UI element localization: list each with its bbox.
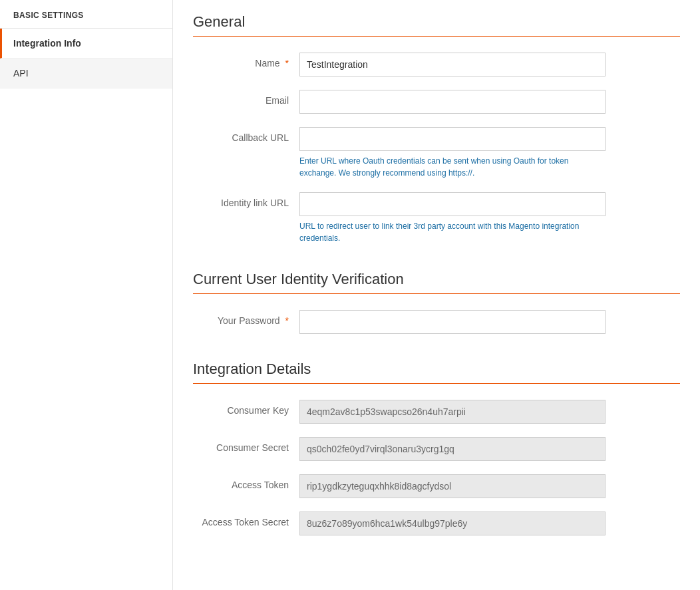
sidebar: BASIC SETTINGS Integration Info API: [0, 0, 173, 590]
identity-link-url-hint: URL to redirect user to link their 3rd p…: [299, 220, 606, 244]
password-required-indicator: *: [285, 315, 289, 326]
identity-link-url-label: Identity link URL: [193, 192, 299, 210]
email-label: Email: [193, 90, 299, 106]
consumer-key-field: [299, 400, 606, 424]
integration-details-section: Integration Details Consumer Key Consume…: [193, 361, 680, 535]
identity-verification-divider: [193, 293, 680, 294]
access-token-secret-field: [299, 512, 606, 535]
name-required-indicator: *: [285, 58, 289, 69]
identity-verification-title: Current User Identity Verification: [193, 271, 680, 288]
sidebar-item-api[interactable]: API: [0, 59, 172, 88]
access-token-input: [299, 474, 606, 498]
identity-link-url-field: URL to redirect user to link their 3rd p…: [299, 192, 606, 244]
callback-url-hint: Enter URL where Oauth credentials can be…: [299, 155, 606, 179]
password-field: [299, 310, 606, 334]
callback-url-input[interactable]: [299, 127, 606, 151]
integration-details-divider: [193, 383, 680, 384]
sidebar-title: BASIC SETTINGS: [0, 0, 172, 29]
general-section: General Name * Email: [193, 13, 680, 244]
name-field: [299, 53, 606, 76]
sidebar-item-integration-info[interactable]: Integration Info: [0, 29, 172, 59]
identity-verification-section: Current User Identity Verification Your …: [193, 271, 680, 334]
identity-link-url-input[interactable]: [299, 192, 606, 216]
consumer-secret-input: [299, 437, 606, 461]
access-token-secret-input: [299, 512, 606, 535]
consumer-secret-row: Consumer Secret: [193, 437, 680, 461]
consumer-secret-label: Consumer Secret: [193, 437, 299, 455]
general-section-title: General: [193, 13, 680, 31]
password-input[interactable]: [299, 310, 606, 334]
consumer-key-label: Consumer Key: [193, 400, 299, 418]
access-token-field: [299, 474, 606, 498]
access-token-row: Access Token: [193, 474, 680, 498]
callback-url-label: Callback URL: [193, 127, 299, 143]
general-divider: [193, 36, 680, 37]
consumer-key-input: [299, 400, 606, 424]
main-content: General Name * Email: [173, 0, 700, 590]
email-row: Email: [193, 90, 680, 114]
access-token-label: Access Token: [193, 474, 299, 490]
name-label: Name *: [193, 53, 299, 69]
password-row: Your Password *: [193, 310, 680, 334]
integration-details-title: Integration Details: [193, 361, 680, 378]
email-input[interactable]: [299, 90, 606, 114]
email-field: [299, 90, 606, 114]
password-label: Your Password *: [193, 310, 299, 326]
access-token-secret-row: Access Token Secret: [193, 512, 680, 535]
callback-url-row: Callback URL Enter URL where Oauth crede…: [193, 127, 680, 179]
identity-link-url-row: Identity link URL URL to redirect user t…: [193, 192, 680, 244]
name-input[interactable]: [299, 53, 606, 76]
consumer-key-row: Consumer Key: [193, 400, 680, 424]
consumer-secret-field: [299, 437, 606, 461]
name-row: Name *: [193, 53, 680, 76]
access-token-secret-label: Access Token Secret: [193, 512, 299, 529]
callback-url-field: Enter URL where Oauth credentials can be…: [299, 127, 606, 179]
